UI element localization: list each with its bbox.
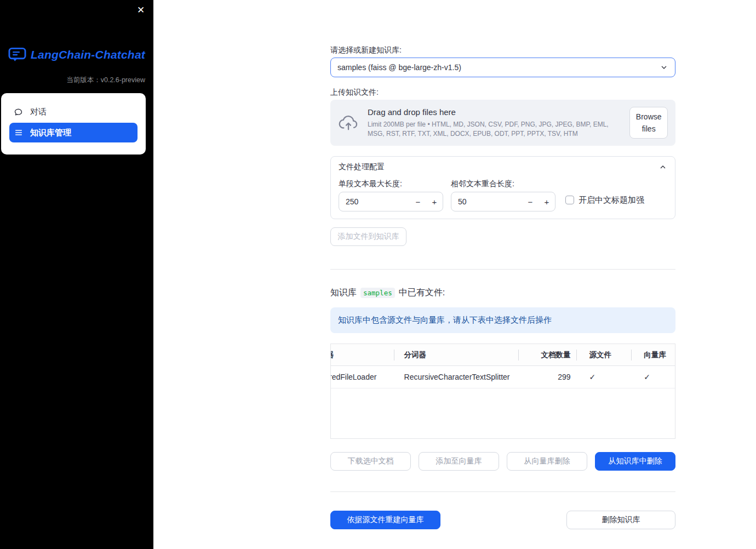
dropzone-title: Drag and drop files here [368,107,621,117]
file-dropzone[interactable]: Drag and drop files here Limit 200MB per… [330,100,675,146]
plus-icon[interactable]: + [539,192,555,211]
minus-icon[interactable]: − [410,192,426,211]
dropzone-limit: Limit 200MB per file • HTML, MD, JSON, C… [368,120,621,139]
existing-files-suffix: 中已有文件: [399,287,445,299]
chat-bubble-icon [14,107,23,117]
dropzone-text: Drag and drop files here Limit 200MB per… [368,107,621,139]
column-header-loader[interactable]: 器 [331,344,394,365]
add-to-vector-store-button[interactable]: 添加至向量库 [419,452,499,471]
chevron-down-icon [660,63,668,72]
sidebar-item-label: 对话 [30,107,47,117]
main-content: 请选择或新建知识库: samples (faiss @ bge-large-zh… [330,0,675,549]
rebuild-vector-store-button[interactable]: 依据源文件重建向量库 [330,511,440,529]
expander-title: 文件处理配置 [339,162,385,172]
sidebar-menu: 对话 知识库管理 [1,93,146,155]
cell-doc-count: 299 [519,366,577,388]
sidebar: ✕ LangChain-Chatchat 当前版本：v0.2.6-preview [0,0,153,549]
delete-from-kb-button[interactable]: 从知识库中删除 [595,452,675,471]
expander-header[interactable]: 文件处理配置 [331,157,675,178]
file-action-buttons: 下载选中文档 添加至向量库 从向量库删除 从知识库中删除 [330,452,675,471]
divider [330,491,675,492]
info-banner: 知识库中包含源文件与向量库，请从下表中选择文件后操作 [330,307,675,333]
plus-icon[interactable]: + [426,192,443,211]
max-length-stepper[interactable]: 250 − + [339,192,443,211]
kb-name-code: samples [360,288,395,298]
column-header-vector-store[interactable]: 向量库 [632,344,675,365]
cell-splitter: RecursiveCharacterTextSplitter [394,366,519,388]
existing-files-prefix: 知识库 [330,287,357,299]
overlap-stepper[interactable]: 50 − + [451,192,555,211]
column-header-splitter[interactable]: 分词器 [394,344,519,365]
app-window: ✕ LangChain-Chatchat 当前版本：v0.2.6-preview [0,0,756,549]
overlap-label: 相邻文本重合长度: [451,179,514,189]
kb-select-value: samples (faiss @ bge-large-zh-v1.5) [337,63,660,72]
download-selected-button[interactable]: 下载选中文档 [330,452,411,471]
cell-source-file-check: ✓ [577,366,632,388]
minus-icon[interactable]: − [522,192,539,211]
cloud-upload-icon [338,114,359,131]
logo-chat-bubble-icon [8,47,26,62]
overlap-value[interactable]: 50 [451,197,522,206]
zh-title-checkbox[interactable] [565,196,574,204]
files-table: 器 分词器 文档数量 源文件 向量库 redFileLoader Recursi… [330,344,675,439]
sidebar-item-knowledge-base[interactable]: 知识库管理 [9,123,138,142]
upload-label: 上传知识文件: [330,88,379,98]
cell-loader: redFileLoader [331,366,394,388]
close-icon[interactable]: ✕ [135,3,147,17]
column-header-doc-count[interactable]: 文档数量 [519,344,577,365]
logo-text: LangChain-Chatchat [31,48,145,61]
existing-files-heading: 知识库 samples 中已有文件: [330,287,445,299]
divider [330,269,675,270]
cell-vector-store-check: ✓ [632,366,675,388]
sidebar-item-dialogue[interactable]: 对话 [9,102,138,122]
kb-select-label: 请选择或新建知识库: [330,45,402,55]
table-row[interactable]: redFileLoader RecursiveCharacterTextSpli… [331,366,675,388]
chevron-up-icon [658,163,667,171]
delete-from-vector-store-button[interactable]: 从向量库删除 [507,452,587,471]
table-header-row: 器 分词器 文档数量 源文件 向量库 [331,344,675,366]
max-length-value[interactable]: 250 [339,197,410,206]
version-label: 当前版本：v0.2.6-preview [66,76,145,85]
kb-select[interactable]: samples (faiss @ bge-large-zh-v1.5) [330,58,675,77]
list-icon [14,128,23,137]
delete-kb-button[interactable]: 删除知识库 [566,511,675,529]
browse-files-button[interactable]: Browse files [629,107,668,139]
add-files-to-kb-button[interactable]: 添加文件到知识库 [330,227,406,246]
max-length-label: 单段文本最大长度: [339,179,402,189]
expander-body: 单段文本最大长度: 相邻文本重合长度: 250 − + 50 − + 开启中文标… [331,178,675,219]
column-header-source-file[interactable]: 源文件 [577,344,632,365]
zh-title-checkbox-label[interactable]: 开启中文标题加强 [579,195,644,205]
sidebar-item-label: 知识库管理 [30,128,71,138]
app-logo: LangChain-Chatchat [0,47,153,62]
file-config-expander: 文件处理配置 单段文本最大长度: 相邻文本重合长度: 250 − + 50 − … [330,156,675,219]
